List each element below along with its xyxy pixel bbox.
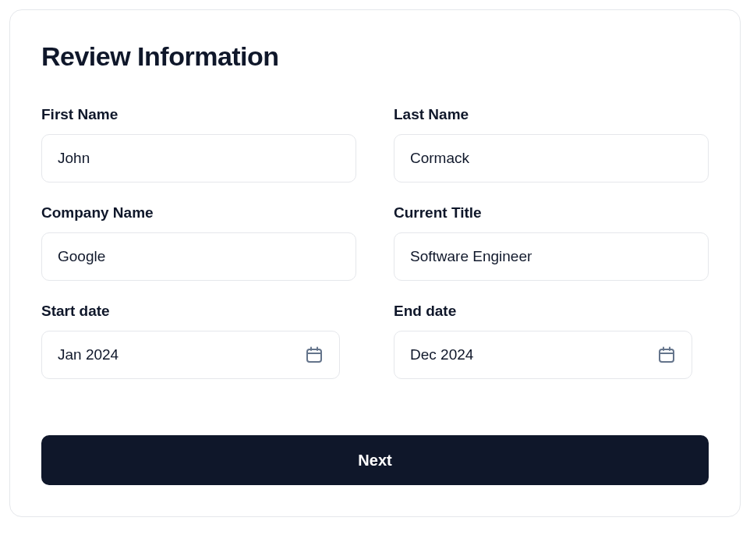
current-title-input[interactable] [394,232,709,281]
end-date-label: End date [394,303,709,320]
svg-rect-4 [660,349,674,362]
current-title-label: Current Title [394,204,709,222]
company-name-input[interactable] [41,232,356,281]
company-name-field: Company Name [41,204,356,281]
start-date-value: Jan 2024 [58,346,305,363]
page-title: Review Information [41,41,709,72]
start-date-label: Start date [41,303,356,320]
end-date-input[interactable]: Dec 2024 [394,331,692,379]
end-date-field: End date Dec 2024 [394,303,709,379]
calendar-icon [305,346,324,364]
last-name-field: Last Name [394,106,709,183]
review-information-card: Review Information First Name Last Name … [9,9,741,517]
start-date-input[interactable]: Jan 2024 [41,331,340,379]
last-name-label: Last Name [394,106,709,123]
first-name-label: First Name [41,106,356,123]
company-name-label: Company Name [41,204,356,222]
start-date-field: Start date Jan 2024 [41,303,356,379]
current-title-field: Current Title [394,204,709,281]
first-name-field: First Name [41,106,356,183]
form-grid: First Name Last Name Company Name Curren… [41,106,709,379]
svg-rect-0 [307,349,321,362]
button-row: Next [41,435,709,485]
first-name-input[interactable] [41,134,356,183]
last-name-input[interactable] [394,134,709,183]
calendar-icon [657,346,676,364]
end-date-value: Dec 2024 [410,346,657,363]
next-button[interactable]: Next [41,435,709,485]
